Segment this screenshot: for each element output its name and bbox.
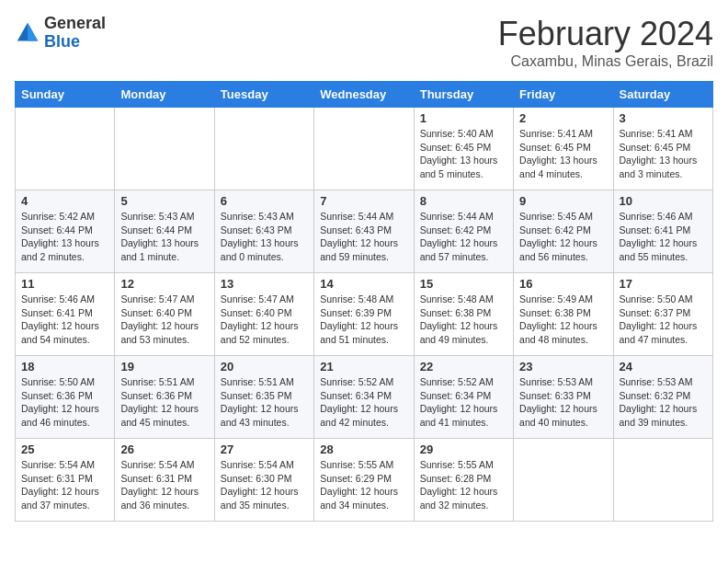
day-number: 24 <box>620 360 707 373</box>
day-number: 3 <box>620 111 707 125</box>
day-info: Sunrise: 5:44 AMSunset: 6:43 PMDaylight:… <box>320 210 407 264</box>
day-info: Sunrise: 5:43 AMSunset: 6:43 PMDaylight:… <box>221 210 308 264</box>
day-info: Sunrise: 5:46 AMSunset: 6:41 PMDaylight:… <box>620 210 707 264</box>
calendar-cell <box>214 108 313 190</box>
day-info: Sunrise: 5:54 AMSunset: 6:30 PMDaylight:… <box>221 458 308 512</box>
day-number: 14 <box>320 277 407 291</box>
day-number: 10 <box>620 194 707 208</box>
day-number: 20 <box>221 360 308 373</box>
day-number: 25 <box>21 442 108 456</box>
day-info: Sunrise: 5:42 AMSunset: 6:44 PMDaylight:… <box>21 210 108 264</box>
svg-marker-1 <box>28 23 38 41</box>
day-number: 2 <box>519 111 607 125</box>
day-info: Sunrise: 5:41 AMSunset: 6:45 PMDaylight:… <box>620 127 707 181</box>
calendar-cell: 5Sunrise: 5:43 AMSunset: 6:44 PMDaylight… <box>115 190 214 273</box>
weekday-header-saturday: Saturday <box>613 82 712 108</box>
calendar-cell: 13Sunrise: 5:47 AMSunset: 6:40 PMDayligh… <box>214 273 313 356</box>
logo: General Blue <box>15 15 106 52</box>
day-info: Sunrise: 5:55 AMSunset: 6:28 PMDaylight:… <box>420 458 507 512</box>
logo-blue-text: Blue <box>44 33 106 52</box>
calendar-cell: 3Sunrise: 5:41 AMSunset: 6:45 PMDaylight… <box>613 108 712 190</box>
calendar-cell: 7Sunrise: 5:44 AMSunset: 6:43 PMDaylight… <box>314 190 414 273</box>
day-number: 5 <box>120 194 208 208</box>
day-info: Sunrise: 5:48 AMSunset: 6:39 PMDaylight:… <box>320 293 407 347</box>
calendar-cell: 25Sunrise: 5:54 AMSunset: 6:31 PMDayligh… <box>16 439 115 522</box>
day-number: 19 <box>120 360 208 373</box>
calendar-cell <box>613 439 712 522</box>
weekday-header-row: SundayMondayTuesdayWednesdayThursdayFrid… <box>16 82 713 108</box>
day-number: 8 <box>420 194 507 208</box>
day-info: Sunrise: 5:52 AMSunset: 6:34 PMDaylight:… <box>320 375 407 430</box>
day-info: Sunrise: 5:44 AMSunset: 6:42 PMDaylight:… <box>420 210 507 264</box>
day-info: Sunrise: 5:45 AMSunset: 6:42 PMDaylight:… <box>519 210 607 264</box>
calendar-cell: 29Sunrise: 5:55 AMSunset: 6:28 PMDayligh… <box>414 439 513 522</box>
day-info: Sunrise: 5:46 AMSunset: 6:41 PMDaylight:… <box>21 293 108 347</box>
day-info: Sunrise: 5:51 AMSunset: 6:36 PMDaylight:… <box>120 375 208 430</box>
day-info: Sunrise: 5:54 AMSunset: 6:31 PMDaylight:… <box>120 458 208 512</box>
calendar-week-row: 11Sunrise: 5:46 AMSunset: 6:41 PMDayligh… <box>16 273 713 356</box>
calendar-cell: 11Sunrise: 5:46 AMSunset: 6:41 PMDayligh… <box>16 273 115 356</box>
weekday-header-sunday: Sunday <box>16 82 115 108</box>
day-number: 27 <box>221 442 308 456</box>
day-number: 11 <box>21 277 108 291</box>
day-info: Sunrise: 5:55 AMSunset: 6:29 PMDaylight:… <box>320 458 407 512</box>
day-number: 7 <box>320 194 407 208</box>
calendar-cell: 9Sunrise: 5:45 AMSunset: 6:42 PMDaylight… <box>514 190 613 273</box>
calendar-cell: 1Sunrise: 5:40 AMSunset: 6:45 PMDaylight… <box>414 108 513 190</box>
day-info: Sunrise: 5:48 AMSunset: 6:38 PMDaylight:… <box>420 293 507 347</box>
calendar-cell: 23Sunrise: 5:53 AMSunset: 6:33 PMDayligh… <box>514 356 613 439</box>
logo-text: General Blue <box>44 15 106 52</box>
weekday-header-wednesday: Wednesday <box>314 82 414 108</box>
day-info: Sunrise: 5:49 AMSunset: 6:38 PMDaylight:… <box>519 293 607 347</box>
calendar-cell <box>314 108 414 190</box>
calendar-cell: 18Sunrise: 5:50 AMSunset: 6:36 PMDayligh… <box>16 356 115 439</box>
day-info: Sunrise: 5:53 AMSunset: 6:32 PMDaylight:… <box>620 375 707 430</box>
calendar-cell: 19Sunrise: 5:51 AMSunset: 6:36 PMDayligh… <box>115 356 214 439</box>
calendar-cell: 24Sunrise: 5:53 AMSunset: 6:32 PMDayligh… <box>613 356 712 439</box>
day-number: 12 <box>120 277 208 291</box>
calendar-subtitle: Caxambu, Minas Gerais, Brazil <box>498 53 713 70</box>
calendar-week-row: 25Sunrise: 5:54 AMSunset: 6:31 PMDayligh… <box>16 439 713 522</box>
calendar-table: SundayMondayTuesdayWednesdayThursdayFrid… <box>15 81 713 522</box>
header: General Blue February 2024 Caxambu, Mina… <box>15 15 713 70</box>
day-info: Sunrise: 5:52 AMSunset: 6:34 PMDaylight:… <box>420 375 507 430</box>
day-number: 18 <box>21 360 108 373</box>
calendar-cell: 22Sunrise: 5:52 AMSunset: 6:34 PMDayligh… <box>414 356 513 439</box>
calendar-cell: 2Sunrise: 5:41 AMSunset: 6:45 PMDaylight… <box>514 108 613 190</box>
day-number: 4 <box>21 194 108 208</box>
calendar-cell <box>115 108 214 190</box>
day-number: 28 <box>320 442 407 456</box>
calendar-cell <box>16 108 115 190</box>
day-info: Sunrise: 5:51 AMSunset: 6:35 PMDaylight:… <box>221 375 308 430</box>
calendar-cell: 26Sunrise: 5:54 AMSunset: 6:31 PMDayligh… <box>115 439 214 522</box>
day-number: 23 <box>519 360 607 373</box>
logo-general-text: General <box>44 15 106 33</box>
day-number: 13 <box>221 277 308 291</box>
weekday-header-monday: Monday <box>115 82 214 108</box>
calendar-title: February 2024 <box>498 15 713 53</box>
calendar-cell: 28Sunrise: 5:55 AMSunset: 6:29 PMDayligh… <box>314 439 414 522</box>
calendar-week-row: 18Sunrise: 5:50 AMSunset: 6:36 PMDayligh… <box>16 356 713 439</box>
day-number: 29 <box>420 442 507 456</box>
calendar-cell: 21Sunrise: 5:52 AMSunset: 6:34 PMDayligh… <box>314 356 414 439</box>
title-area: February 2024 Caxambu, Minas Gerais, Bra… <box>498 15 713 70</box>
day-number: 21 <box>320 360 407 373</box>
day-info: Sunrise: 5:50 AMSunset: 6:37 PMDaylight:… <box>620 293 707 347</box>
day-number: 6 <box>221 194 308 208</box>
calendar-cell: 14Sunrise: 5:48 AMSunset: 6:39 PMDayligh… <box>314 273 414 356</box>
weekday-header-friday: Friday <box>514 82 613 108</box>
day-number: 16 <box>519 277 607 291</box>
day-number: 15 <box>420 277 507 291</box>
calendar-cell: 12Sunrise: 5:47 AMSunset: 6:40 PMDayligh… <box>115 273 214 356</box>
day-info: Sunrise: 5:41 AMSunset: 6:45 PMDaylight:… <box>519 127 607 181</box>
calendar-week-row: 4Sunrise: 5:42 AMSunset: 6:44 PMDaylight… <box>16 190 713 273</box>
calendar-cell: 20Sunrise: 5:51 AMSunset: 6:35 PMDayligh… <box>214 356 313 439</box>
day-number: 22 <box>420 360 507 373</box>
day-info: Sunrise: 5:50 AMSunset: 6:36 PMDaylight:… <box>21 375 108 430</box>
day-info: Sunrise: 5:47 AMSunset: 6:40 PMDaylight:… <box>120 293 208 347</box>
weekday-header-thursday: Thursday <box>414 82 513 108</box>
weekday-header-tuesday: Tuesday <box>214 82 313 108</box>
calendar-week-row: 1Sunrise: 5:40 AMSunset: 6:45 PMDaylight… <box>16 108 713 190</box>
day-info: Sunrise: 5:53 AMSunset: 6:33 PMDaylight:… <box>519 375 607 430</box>
calendar-cell: 4Sunrise: 5:42 AMSunset: 6:44 PMDaylight… <box>16 190 115 273</box>
